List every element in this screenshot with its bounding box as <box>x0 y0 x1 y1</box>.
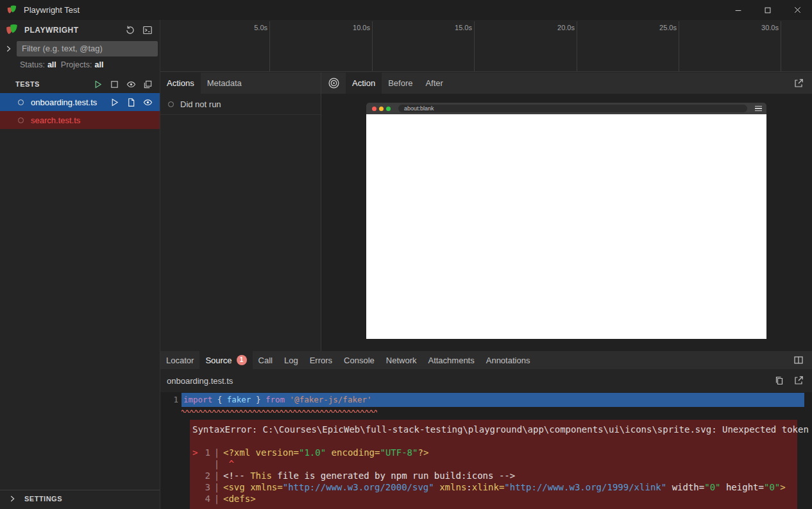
details-tab-strip: Locator Source1 Call Log Errors Console … <box>160 351 812 369</box>
show-source-button[interactable] <box>125 96 137 108</box>
terminal-output-button[interactable] <box>142 24 153 36</box>
did-not-run-label: Did not run <box>180 99 221 109</box>
browser-snapshot: about:blank <box>366 103 766 339</box>
error-squiggle-underline <box>182 408 377 413</box>
stop-button[interactable] <box>108 78 120 90</box>
watch-test-button[interactable] <box>142 96 153 108</box>
open-source-external-button[interactable] <box>793 375 804 386</box>
play-icon <box>93 80 103 89</box>
file-icon <box>126 98 136 107</box>
syntax-error-box: SyntaxError: C:\Courses\EpicWeb\full-sta… <box>190 420 797 509</box>
timeline-tick-label: 25.0s <box>659 24 677 31</box>
timeline-gridline: 25.0s <box>679 21 679 71</box>
collapse-all-button[interactable] <box>142 78 153 90</box>
close-button[interactable] <box>782 0 812 20</box>
chevron-right-icon <box>8 494 17 503</box>
traffic-light-yellow-icon <box>379 107 384 111</box>
test-file-row-search[interactable]: search.test.ts <box>0 111 160 129</box>
filter-input[interactable] <box>17 41 158 56</box>
test-status-icon <box>18 117 24 123</box>
minimize-button[interactable] <box>723 0 753 20</box>
tab-annotations[interactable]: Annotations <box>480 351 536 369</box>
details-panel: Locator Source1 Call Log Errors Console … <box>160 351 812 509</box>
tab-attachments[interactable]: Attachments <box>422 351 480 369</box>
not-run-status-icon <box>168 101 174 107</box>
maximize-button[interactable] <box>753 0 782 20</box>
sidebar-header: PLAYWRIGHT <box>0 20 160 40</box>
error-message: SyntaxError: C:\Courses\EpicWeb\full-sta… <box>192 424 792 435</box>
tab-actions[interactable]: Actions <box>160 73 201 94</box>
playwright-logo-icon <box>6 4 17 15</box>
timeline-gridline: 10.0s <box>372 21 373 71</box>
source-code-view[interactable]: 1 import { faker } from '@faker-js/faker… <box>160 392 812 509</box>
tab-source[interactable]: Source1 <box>199 351 252 369</box>
error-frame-line: 4 | <defs> <box>192 493 792 505</box>
filter-status-row: Status:allProjects:all <box>0 57 160 73</box>
run-test-button[interactable] <box>108 96 120 108</box>
window-title: Playwright Test <box>24 5 80 15</box>
sidebar-title: PLAYWRIGHT <box>24 26 79 35</box>
tab-before[interactable]: Before <box>382 73 419 94</box>
chevron-right-icon[interactable] <box>4 44 13 53</box>
terminal-icon <box>142 25 153 35</box>
snapshot-tab-strip: Action Before After <box>321 73 812 94</box>
actions-panel: Actions Metadata Did not run <box>160 73 321 351</box>
snapshot-panel: Action Before After about:blank <box>321 73 812 351</box>
external-link-icon <box>793 375 804 386</box>
target-icon <box>328 77 340 89</box>
timeline[interactable]: 5.0s 10.0s 15.0s 20.0s 25.0s 30.0s <box>160 20 812 72</box>
tab-locator[interactable]: Locator <box>160 351 199 369</box>
tab-call[interactable]: Call <box>253 351 278 369</box>
sidebar: PLAYWRIGHT Status:allProjects:all TESTS <box>0 20 160 509</box>
test-file-name: onboarding.test.ts <box>31 98 97 107</box>
tab-after[interactable]: After <box>419 73 449 94</box>
timeline-tick-label: 20.0s <box>557 24 575 31</box>
actions-list: Did not run <box>160 94 321 351</box>
actions-tab-strip: Actions Metadata <box>160 73 321 94</box>
settings-label: SETTINGS <box>24 495 62 503</box>
main-area: 5.0s 10.0s 15.0s 20.0s 25.0s 30.0s Actio… <box>160 20 812 509</box>
timeline-gridline: 15.0s <box>474 21 475 71</box>
tab-errors[interactable]: Errors <box>304 351 338 369</box>
tests-title: TESTS <box>15 80 40 88</box>
eye-icon <box>126 80 136 89</box>
reload-tests-button[interactable] <box>124 24 136 36</box>
watch-all-button[interactable] <box>125 78 137 90</box>
toggle-layout-button[interactable] <box>793 354 804 366</box>
projects-label: Projects: <box>61 60 92 69</box>
run-all-button[interactable] <box>92 78 103 90</box>
test-file-name: search.test.ts <box>31 116 80 125</box>
page-url: about:blank <box>404 105 434 112</box>
did-not-run-row[interactable]: Did not run <box>160 94 321 115</box>
test-file-row-onboarding[interactable]: onboarding.test.ts <box>0 93 160 111</box>
playwright-trace-viewer-window: Playwright Test PLAYWRIGHT <box>0 0 812 509</box>
snapshot-viewport: about:blank <box>321 94 812 351</box>
eye-icon <box>143 98 153 107</box>
tab-console[interactable]: Console <box>338 351 380 369</box>
settings-section-header[interactable]: SETTINGS <box>0 490 160 507</box>
blank-page-content <box>366 114 766 339</box>
timeline-tick-label: 30.0s <box>761 24 779 31</box>
tab-log[interactable]: Log <box>278 351 304 369</box>
open-snapshot-external-button[interactable] <box>793 78 804 89</box>
address-bar: about:blank <box>398 105 747 112</box>
collapse-all-icon <box>143 80 153 89</box>
refresh-icon <box>125 25 135 35</box>
hamburger-menu-icon <box>755 106 762 112</box>
line-number: 1 <box>160 393 182 407</box>
tab-network[interactable]: Network <box>380 351 423 369</box>
status-label: Status: <box>20 60 45 69</box>
tab-action[interactable]: Action <box>346 73 382 94</box>
projects-value[interactable]: all <box>94 60 103 69</box>
pick-locator-button[interactable] <box>327 77 340 90</box>
status-value[interactable]: all <box>47 60 56 69</box>
minimize-icon <box>734 6 743 15</box>
source-line-1: 1 import { faker } from '@faker-js/faker… <box>160 393 812 407</box>
error-count-badge: 1 <box>237 355 247 365</box>
error-frame-caret-line: | ^ <box>192 458 792 470</box>
split-columns-icon <box>793 355 804 365</box>
tab-metadata[interactable]: Metadata <box>201 73 248 94</box>
maximize-icon <box>763 6 772 15</box>
browser-chrome: about:blank <box>366 103 766 114</box>
copy-source-button[interactable] <box>774 375 785 386</box>
